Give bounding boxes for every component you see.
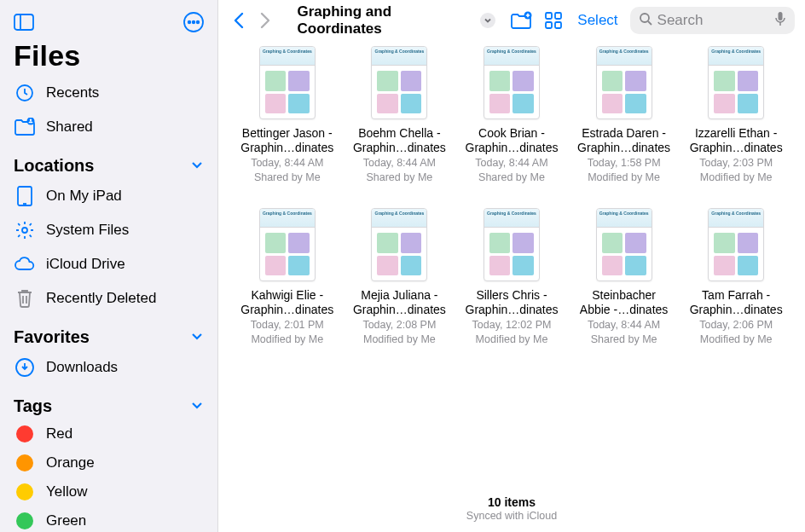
file-grid: Graphing & CoordinatesBettinger Jason -G… [235, 46, 788, 346]
file-item[interactable]: Graphing & CoordinatesBoehm Chella -Grap… [348, 46, 452, 184]
file-status: Modified by Me [476, 332, 548, 346]
section-header-locations[interactable]: Locations [0, 144, 217, 179]
file-time: Today, 2:08 PM [362, 318, 436, 332]
file-item[interactable]: Graphing & CoordinatesCook Brian -Graphi… [460, 46, 564, 184]
favorites-list: Downloads [0, 350, 217, 385]
section-header-tags[interactable]: Tags [0, 385, 217, 419]
sidebar-item-recents[interactable]: Recents [0, 76, 217, 110]
file-thumbnail: Graphing & Coordinates [259, 208, 316, 281]
file-item[interactable]: Graphing & CoordinatesEstrada Daren -Gra… [572, 46, 676, 184]
tag-dot-icon [16, 425, 33, 442]
file-time: Today, 8:44 AM [363, 156, 436, 170]
sidebar-item-label: Recently Deleted [46, 290, 156, 307]
mic-icon[interactable] [774, 11, 786, 30]
sidebar-item-label: Shared [46, 119, 93, 136]
file-name: Tam Farrah -Graphin…dinates [690, 288, 783, 317]
tag-dot-icon [16, 483, 33, 500]
toolbar: Graphing and Coordinates Select [218, 0, 805, 41]
file-thumbnail: Graphing & Coordinates [484, 208, 540, 281]
sidebar-tag-item[interactable]: Orange [0, 448, 217, 477]
gear-icon [14, 219, 36, 241]
svg-rect-19 [779, 12, 783, 20]
file-item[interactable]: Graphing & CoordinatesTam Farrah -Graphi… [684, 208, 788, 346]
file-time: Today, 8:44 AM [251, 156, 323, 170]
sidebar-tag-item[interactable]: Yellow [0, 477, 217, 506]
svg-rect-15 [555, 13, 561, 19]
new-folder-button[interactable] [509, 8, 534, 33]
file-thumbnail: Graphing & Coordinates [708, 208, 764, 281]
status-primary: 10 items [218, 495, 805, 509]
back-button[interactable] [229, 9, 248, 32]
svg-point-3 [188, 21, 191, 24]
file-time: Today, 8:44 AM [475, 156, 547, 170]
file-status: Modified by Me [588, 171, 660, 184]
sidebar-item-shared[interactable]: Shared [0, 110, 217, 144]
sidebar-item-label: System Files [46, 222, 129, 239]
file-status: Modified by Me [700, 171, 773, 184]
search-input[interactable] [657, 12, 769, 29]
file-time: Today, 12:02 PM [472, 318, 552, 332]
search-field[interactable] [630, 7, 795, 34]
folder-title-button[interactable]: Graphing and Coordinates [298, 3, 495, 38]
svg-rect-0 [14, 14, 33, 30]
file-time: Today, 2:06 PM [699, 318, 773, 332]
svg-rect-9 [18, 187, 32, 205]
file-name: Kahwigi Elie -Graphin…dinates [240, 288, 333, 317]
file-item[interactable]: Graphing & CoordinatesBettinger Jason -G… [235, 46, 339, 184]
file-thumbnail: Graphing & Coordinates [259, 46, 316, 119]
svg-rect-16 [546, 22, 552, 28]
sidebar-item-label: iCloud Drive [46, 256, 125, 273]
folder-title-text: Graphing and Coordinates [298, 3, 476, 38]
svg-point-4 [193, 21, 195, 24]
sidebar-quick-list: Recents Shared [0, 76, 217, 144]
sidebar-tag-item[interactable]: Red [0, 419, 217, 448]
status-bar: 10 items Synced with iCloud [218, 490, 805, 532]
file-time: Today, 8:44 AM [588, 318, 660, 332]
chevron-down-icon [190, 158, 204, 175]
main-content: Graphing and Coordinates Select [218, 0, 805, 532]
file-status: Modified by Me [700, 332, 773, 346]
trash-icon [14, 287, 36, 309]
svg-rect-14 [546, 13, 552, 19]
toggle-sidebar-button[interactable] [12, 10, 36, 34]
file-status: Modified by Me [251, 332, 323, 346]
file-status: Shared by Me [478, 171, 545, 184]
tag-dot-icon [16, 512, 33, 529]
sidebar-item-downloads[interactable]: Downloads [0, 350, 217, 385]
svg-point-5 [197, 21, 200, 24]
forward-button[interactable] [255, 9, 275, 32]
file-item[interactable]: Graphing & CoordinatesIzzarelli Ethan -G… [684, 46, 788, 184]
select-button[interactable]: Select [572, 12, 623, 29]
view-options-button[interactable] [541, 8, 565, 33]
svg-point-18 [640, 14, 649, 22]
file-thumbnail: Graphing & Coordinates [596, 208, 652, 281]
file-item[interactable]: Graphing & CoordinatesSteinbacherAbbie -… [572, 208, 676, 346]
sidebar-item-recently-deleted[interactable]: Recently Deleted [0, 281, 217, 315]
file-item[interactable]: Graphing & CoordinatesKahwigi Elie -Grap… [235, 208, 339, 346]
file-thumbnail: Graphing & Coordinates [371, 46, 427, 119]
file-status: Shared by Me [366, 171, 432, 184]
sidebar-item-label: Red [46, 425, 72, 442]
sidebar-tag-item[interactable]: Green [0, 506, 217, 532]
file-thumbnail: Graphing & Coordinates [708, 46, 764, 119]
more-options-button[interactable] [182, 10, 206, 34]
section-header-favorites[interactable]: Favorites [0, 315, 217, 350]
file-item[interactable]: Graphing & CoordinatesSillers Chris -Gra… [460, 208, 564, 346]
chevron-down-icon [480, 13, 495, 28]
file-name: Izzarelli Ethan -Graphin…dinates [690, 126, 783, 155]
file-name: Cook Brian -Graphin…dinates [466, 126, 559, 155]
sidebar-item-system-files[interactable]: System Files [0, 213, 217, 247]
sidebar-item-icloud-drive[interactable]: iCloud Drive [0, 247, 217, 281]
clock-icon [14, 82, 36, 104]
sidebar-item-on-my-ipad[interactable]: On My iPad [0, 179, 217, 213]
tags-list: RedOrangeYellowGreenBlue [0, 419, 217, 532]
file-item[interactable]: Graphing & CoordinatesMejia Juliana -Gra… [348, 208, 452, 346]
file-time: Today, 1:58 PM [588, 156, 661, 170]
file-grid-area[interactable]: Graphing & CoordinatesBettinger Jason -G… [218, 41, 805, 490]
file-status: Shared by Me [254, 171, 321, 184]
section-label: Tags [14, 396, 52, 416]
section-label: Locations [14, 156, 94, 176]
sidebar-item-label: Downloads [46, 359, 118, 376]
svg-point-8 [30, 119, 32, 121]
file-time: Today, 2:01 PM [251, 318, 324, 332]
